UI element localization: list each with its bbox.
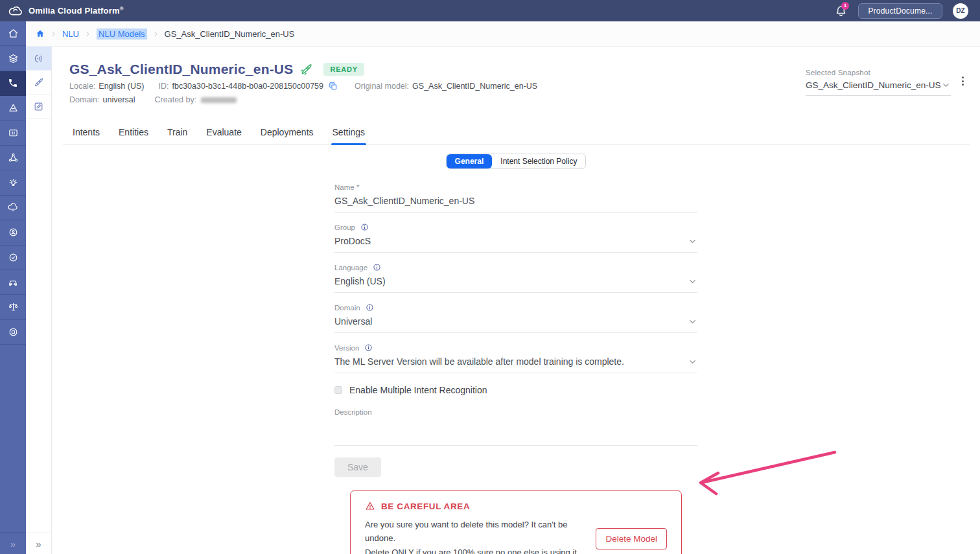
sidebar-item-nlu-models[interactable] [26,47,51,71]
sidebar-item-recorder[interactable] [0,320,26,345]
chevron-down-icon [688,317,697,327]
notification-badge: 1 [841,2,849,10]
sidebar-item-admin[interactable] [0,220,26,245]
settings-view-toggle: General Intent Selection Policy [446,154,587,169]
rocket-status-icon [299,63,313,76]
language-select[interactable]: English (US) [334,276,697,293]
sidebar-item-home[interactable] [0,21,26,46]
sidebar-item-deploy-rocket[interactable] [26,71,51,95]
page-title: GS_Ask_ClientID_Numeric_en-US [69,62,293,77]
verified-badge-icon [8,252,19,263]
name-label: Name * [334,183,359,191]
version-select[interactable]: The ML Server Version will be available … [334,356,697,373]
topbar: Omilia Cloud Platform® 1 ProductDocume..… [0,0,980,21]
breadcrumb-current-model: GS_Ask_ClientID_Numeric_en-US [165,29,295,39]
breadcrumb-nlu[interactable]: NLU [62,29,79,39]
chevron-down-icon [688,357,697,367]
delete-model-button[interactable]: Delete Model [596,528,667,549]
info-icon[interactable] [373,263,381,271]
breadcrumb-home-icon[interactable] [36,29,45,38]
sidebar-item-design[interactable] [0,96,26,121]
domain-select[interactable]: Universal [334,316,697,333]
lightbulb-icon [8,178,19,189]
description-textarea[interactable] [334,416,697,446]
chevron-right-icon [85,31,91,37]
chevron-down-icon [688,277,697,286]
vehicle-icon [7,277,19,288]
danger-zone: BE CAREFUL AREA Are you sure you want to… [350,490,682,554]
multiple-intent-label: Enable Multiple Intent Recognition [349,385,487,395]
breadcrumb: NLU NLU Models GS_Ask_ClientID_Numeric_e… [26,21,980,47]
model-tabs: Intents Entities Train Evaluate Deployme… [63,121,970,145]
info-icon[interactable] [366,303,374,312]
layers-icon [8,53,19,64]
snapshot-dropdown[interactable]: GS_Ask_ClientID_Numeric_en-US [806,80,951,96]
toggle-intent-selection-policy[interactable]: Intent Selection Policy [492,154,585,168]
scales-icon [8,301,19,312]
record-icon [8,327,19,338]
toggle-general[interactable]: General [447,154,493,168]
sidebar-item-network[interactable] [0,146,26,170]
tab-entities[interactable]: Entities [119,121,148,144]
chevron-right-icon [153,31,159,37]
tab-intents[interactable]: Intents [73,121,100,144]
info-icon[interactable] [364,343,373,352]
info-icon[interactable] [360,223,369,231]
kiosk-screen-icon [8,128,19,139]
primary-sidebar: » [0,21,26,554]
copy-icon[interactable] [329,82,338,91]
account-project-button[interactable]: ProductDocume... [858,3,942,19]
sidebar-item-insights[interactable] [0,170,26,195]
language-label: Language [334,264,368,271]
main-content: GS_Ask_ClientID_Numeric_en-US READY Loca… [52,47,980,554]
sidebar-item-verified[interactable] [0,246,26,270]
secondary-sidebar-expand-toggle[interactable]: » [26,533,51,554]
name-input[interactable]: GS_Ask_ClientID_Numeric_en-US [334,196,697,213]
locale-value: English (US) [99,82,144,91]
home-icon [8,28,19,39]
snapshot-label: Selected Snapshot [806,69,951,76]
chevron-down-icon [688,237,697,246]
chevron-down-icon [941,80,951,90]
sidebar-item-layers[interactable] [0,46,26,71]
brand-name: Omilia Cloud Platform® [29,6,124,16]
brand: Omilia Cloud Platform® [8,5,124,16]
multiple-intent-checkbox[interactable] [334,386,342,394]
created-by-redacted [201,97,237,103]
network-nodes-icon [8,152,19,163]
sidebar-item-voice[interactable] [0,71,26,96]
kebab-menu-icon[interactable] [962,76,964,86]
original-model-value: GS_Ask_ClientID_Numeric_en-US [412,82,537,91]
danger-title: BE CAREFUL AREA [381,502,470,511]
rocket-icon [33,77,44,88]
review-checklist-icon [33,101,44,112]
sidebar-item-vehicle[interactable] [0,270,26,295]
primary-sidebar-expand-toggle[interactable]: » [0,533,26,554]
tab-settings[interactable]: Settings [332,121,366,144]
sidebar-item-cloud[interactable] [0,196,26,220]
danger-message: Are you sure you want to delete this mod… [365,518,596,554]
chevron-right-icon [51,31,56,37]
group-select[interactable]: ProDocS [334,236,697,253]
design-triangle-icon [8,102,19,113]
tab-train[interactable]: Train [167,121,187,144]
sidebar-item-review[interactable] [26,95,51,119]
cloud-sync-icon [7,202,19,213]
sidebar-item-kiosk[interactable] [0,121,26,146]
group-label: Group [334,224,355,231]
status-badge: READY [323,63,364,76]
id-value: fbc30a30-b3c1-448b-b0a0-208150c00759 [172,82,323,91]
save-button[interactable]: Save [334,457,381,477]
description-label: Description [334,408,697,416]
domain-value: universal [103,95,135,104]
secondary-sidebar: » [26,47,52,554]
snapshot-value: GS_Ask_ClientID_Numeric_en-US [806,80,941,90]
tab-evaluate[interactable]: Evaluate [206,121,241,144]
avatar[interactable]: DZ [953,3,968,19]
notifications-bell-icon[interactable]: 1 [835,5,848,17]
version-label: Version [334,344,359,352]
tab-deployments[interactable]: Deployments [261,121,314,144]
id-label: ID: [158,82,169,91]
sidebar-item-compliance[interactable] [0,295,26,319]
breadcrumb-nlu-models[interactable]: NLU Models [97,29,147,40]
